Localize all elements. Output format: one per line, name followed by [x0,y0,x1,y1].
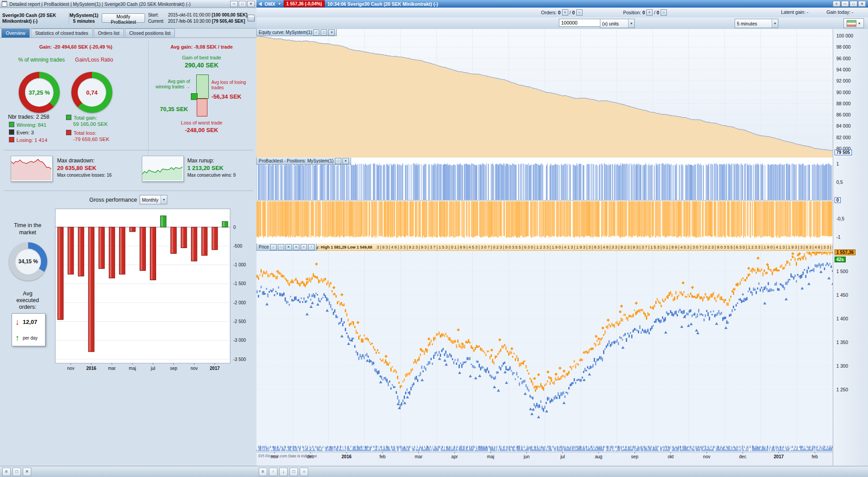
max-runup-label: Max runup: [187,158,214,164]
equity-panel-tab[interactable]: Equity curve: MySystem(1) ⁄ □ ✕ [256,29,337,36]
chevron-down-icon: ▼ [628,19,634,28]
svg-text:nov: nov [67,366,74,371]
svg-text:jun: jun [523,454,529,459]
chart-titlebar[interactable]: OMX ▼ 1 557,36 (-0,04%) 10:34:06 Sverige… [256,0,868,8]
menu-icon[interactable]: ≡ [259,468,267,476]
svg-text:sep: sep [631,454,639,459]
time-in-market-value: 34,15 % [18,258,38,265]
svg-text:aug: aug [595,454,603,459]
svg-text:sep: sep [170,366,178,371]
gross-performance-chart[interactable]: 0-500-1 000-1 500-2 000-2 500-3 000-3 50… [53,208,252,374]
zoom-out-icon[interactable]: − [301,244,307,250]
window-icon[interactable]: □ [12,468,21,476]
zoom-in-ic on[interactable]: + [293,244,299,250]
positions-chart[interactable] [256,158,833,244]
gain-loss-ratio-donut: 0,74 [71,72,112,113]
best-trade-label: Gain of best trade [150,55,253,60]
close-icon[interactable]: ✕ [23,468,31,476]
orders-open-count: 0 [558,10,561,15]
timeframe-dropdown[interactable]: 5 minutes ▼ [735,19,778,28]
menu-icon[interactable]: ≡ [2,468,11,476]
chart-down-icon[interactable]: ↓ [279,468,288,476]
price-chart[interactable]: novdec2016febmaraprmajjunjulaugsepoktnov… [256,244,833,466]
up-arrow-icon: ↑ [12,334,23,342]
positions-panel: ProBacktest - Positions: MySystem(1) □ ✕ [256,158,833,244]
report-header: Sverige30 Cash (20 SEK Minikontrakt) (-)… [0,8,256,29]
quantity-input[interactable] [559,19,601,27]
positions-panel-tab[interactable]: ProBacktest - Positions: MySystem(1) □ ✕ [256,158,351,165]
close-icon[interactable]: ✕ [285,244,292,250]
close-icon[interactable]: ✕ [343,158,349,164]
tab-statistics-closed-trades[interactable]: Statistics of closed trades [31,29,93,37]
total-loss-swatch [66,130,71,135]
price-info-strip: Day: High 1 581,29 Low 1 549,68 3 | 8 3 … [309,244,833,251]
avg-win-value: 70,35 SEK [157,106,191,113]
symbol-label[interactable]: OMX [265,1,275,7]
search-icon[interactable]: ○ [300,468,308,476]
avg-win-bar [196,75,209,99]
settings-icon[interactable]: ⁄ [313,29,319,36]
position-status: Position: 0 ≡ / 0 ○ [623,9,667,16]
close-icon[interactable]: ✕ [858,1,866,7]
tab-closed-positions-list[interactable]: Closed positions list [125,29,175,37]
axis-tick-label: 1 250 [836,387,848,392]
svg-text:mar: mar [108,366,116,371]
orders-search-icon[interactable]: ○ [576,9,583,16]
gross-performance-label: Gross performance [89,197,137,203]
winning-swatch [9,122,14,127]
avg-win-label: Avg gain of winning trades → [153,79,190,90]
svg-text:jul: jul [560,454,565,459]
speaker-icon [259,2,262,6]
expand-icon[interactable]: ↑ [308,244,314,250]
position-search-icon[interactable]: ○ [661,9,667,16]
menu-icon[interactable]: ≡ [833,1,840,7]
total-gain-value: 59 165,00 SEK [73,121,107,127]
tab-orders-list[interactable]: Orders list [94,29,124,37]
maximize-icon[interactable]: □ [239,1,246,7]
gain-summary: Gain: -20 494,60 SEK (-20,49 %) [4,44,147,50]
print-icon[interactable] [248,15,255,21]
svg-text:jul: jul [150,366,155,371]
chart-up-icon[interactable]: ↑ [269,468,277,476]
symbol-dropdown-icon[interactable]: ▼ [278,2,281,5]
avg-loss-label: Avg loss of losing trades [211,80,252,91]
chart-style-button[interactable]: ▼ [843,18,864,28]
avg-orders-box: ↓ 12,07 ↑ per day [12,313,45,346]
window-icon[interactable]: □ [321,29,327,36]
window-icon[interactable]: □ [278,244,284,250]
settings-icon[interactable]: ⁄ [270,244,277,250]
orders-list-icon[interactable]: ≡ [562,9,568,16]
modify-probacktest-button[interactable]: Modify ProBacktest [102,13,145,23]
axis-tick-label: 0,5 [836,179,843,185]
svg-text:apr: apr [451,454,458,459]
close-icon[interactable]: ✕ [247,1,255,7]
close-icon[interactable]: ✕ [328,29,335,36]
avg-loss-bar [197,99,207,116]
svg-text:-2 500: -2 500 [233,319,246,324]
price-panel-tab[interactable]: Price ⁄ □ ✕ + − ↑ [256,244,317,251]
chart-style-icon [847,20,856,27]
minimize-icon[interactable]: ─ [841,1,849,7]
window-icon[interactable]: □ [335,158,341,164]
window-icon[interactable]: □ [289,468,298,476]
equity-curve-chart[interactable] [256,29,833,158]
best-trade-value: 290,40 SEK [150,62,253,69]
svg-text:nov: nov [703,454,710,459]
units-dropdown[interactable]: (x) units ▼ [600,19,635,28]
minimize-icon[interactable]: ─ [230,1,238,7]
axis-tick-label: 84 000 [836,123,851,129]
svg-text:-3 500: -3 500 [233,357,246,362]
price-axis-column[interactable]: 100 00098 00096 00094 00092 00090 00088 … [833,29,868,466]
chart-window: OMX ▼ 1 557,36 (-0,04%) 10:34:06 Sverige… [256,0,868,477]
svg-text:-1 500: -1 500 [233,281,246,286]
svg-text:maj: maj [129,366,136,371]
svg-text:nov: nov [190,366,198,371]
position-list-icon[interactable]: ≡ [646,9,653,16]
report-titlebar[interactable]: Detailed report | ProBacktest | MySystem… [0,0,256,8]
maximize-icon[interactable]: □ [850,1,857,7]
gross-period-dropdown[interactable]: Monthly ▼ [140,195,167,204]
axis-tick-label: 88 000 [836,101,851,106]
current-label: Current: [148,18,167,25]
tab-overview[interactable]: Overview [1,29,30,37]
position-qty: 0 [642,10,645,15]
